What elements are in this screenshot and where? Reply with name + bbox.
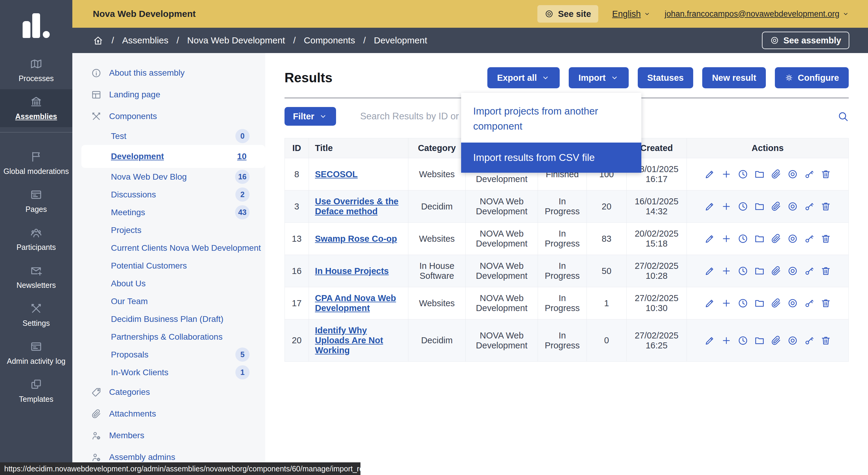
attachment-action[interactable] bbox=[771, 298, 781, 309]
edit-action[interactable] bbox=[704, 335, 715, 346]
result-title-link[interactable]: Identify Why Uploads Are Not Working bbox=[315, 325, 383, 355]
delete-action[interactable] bbox=[820, 265, 831, 276]
statuses-button[interactable]: Statuses bbox=[638, 67, 693, 88]
breadcrumb-item-development[interactable]: Development bbox=[374, 35, 427, 45]
preview-action[interactable] bbox=[787, 335, 798, 346]
sidebar-item-admin-activity-log[interactable]: Admin activity log bbox=[0, 334, 72, 372]
add-action[interactable] bbox=[721, 201, 732, 212]
subsidebar-item-current-clients-nova-web-development[interactable]: Current Clients Nova Web Development bbox=[72, 239, 265, 257]
history-action[interactable] bbox=[738, 265, 748, 276]
permissions-action[interactable] bbox=[804, 335, 815, 346]
new-result-button[interactable]: New result bbox=[702, 67, 766, 88]
subsidebar-item-potential-customers[interactable]: Potential Customers bbox=[72, 257, 265, 275]
subsidebar-item-about-this-assembly[interactable]: About this assembly bbox=[72, 62, 265, 84]
subsidebar-item-attachments[interactable]: Attachments bbox=[72, 403, 265, 425]
folder-action[interactable] bbox=[754, 201, 765, 212]
subsidebar-item-proposals[interactable]: Proposals5 bbox=[72, 346, 265, 363]
subsidebar-item-projects[interactable]: Projects bbox=[72, 221, 265, 239]
subsidebar-item-landing-page[interactable]: Landing page bbox=[72, 84, 265, 105]
preview-action[interactable] bbox=[787, 233, 798, 244]
add-action[interactable] bbox=[721, 233, 732, 244]
see-site-button[interactable]: See site bbox=[537, 5, 598, 23]
delete-action[interactable] bbox=[820, 233, 831, 244]
import-button[interactable]: Import bbox=[569, 67, 628, 88]
see-assembly-button[interactable]: See assembly bbox=[762, 32, 849, 49]
add-action[interactable] bbox=[721, 335, 732, 346]
history-action[interactable] bbox=[738, 335, 748, 346]
attachment-action[interactable] bbox=[771, 233, 781, 244]
admin-logo[interactable] bbox=[0, 0, 72, 51]
subsidebar-item-members[interactable]: Members bbox=[72, 425, 265, 446]
edit-action[interactable] bbox=[704, 298, 715, 309]
sidebar-item-processes[interactable]: Processes bbox=[0, 51, 72, 89]
attachment-action[interactable] bbox=[771, 265, 781, 276]
add-action[interactable] bbox=[721, 169, 732, 180]
attachment-action[interactable] bbox=[771, 169, 781, 180]
permissions-action[interactable] bbox=[804, 169, 815, 180]
sidebar-item-newsletters[interactable]: Newsletters bbox=[0, 258, 72, 296]
add-action[interactable] bbox=[721, 298, 732, 309]
dropdown-item-import-results-from-csv-file[interactable]: Import results from CSV file bbox=[461, 142, 641, 173]
result-title-link[interactable]: SECOSOL bbox=[315, 169, 358, 179]
subsidebar-item-decidim-business-plan-draft[interactable]: Decidim Business Plan (Draft) bbox=[72, 310, 265, 328]
subsidebar-item-development[interactable]: Development10 bbox=[82, 145, 265, 168]
subsidebar-item-test[interactable]: Test0 bbox=[72, 127, 265, 145]
edit-action[interactable] bbox=[704, 201, 715, 212]
subsidebar-item-about-us[interactable]: About Us bbox=[72, 275, 265, 292]
permissions-action[interactable] bbox=[804, 201, 815, 212]
result-title-link[interactable]: In House Projects bbox=[315, 266, 389, 276]
folder-action[interactable] bbox=[754, 298, 765, 309]
sidebar-item-assemblies[interactable]: Assemblies bbox=[0, 89, 72, 127]
dropdown-item-import-projects-from-another-component[interactable]: Import projects from another component bbox=[461, 93, 641, 142]
breadcrumb-item-assemblies[interactable]: Assemblies bbox=[122, 35, 168, 45]
export-all-button[interactable]: Export all bbox=[487, 67, 560, 88]
preview-action[interactable] bbox=[787, 265, 798, 276]
subsidebar-item-discussions[interactable]: Discussions2 bbox=[72, 186, 265, 203]
result-title-link[interactable]: Use Overrides & the Deface method bbox=[315, 196, 398, 216]
sidebar-item-global-moderations[interactable]: Global moderations bbox=[0, 144, 72, 182]
add-action[interactable] bbox=[721, 265, 732, 276]
attachment-action[interactable] bbox=[771, 201, 781, 212]
history-action[interactable] bbox=[738, 201, 748, 212]
subsidebar-item-our-team[interactable]: Our Team bbox=[72, 292, 265, 310]
permissions-action[interactable] bbox=[804, 298, 815, 309]
history-action[interactable] bbox=[738, 298, 748, 309]
history-action[interactable] bbox=[738, 233, 748, 244]
folder-action[interactable] bbox=[754, 233, 765, 244]
subsidebar-item-in-work-clients[interactable]: In-Work Clients1 bbox=[72, 363, 265, 381]
preview-action[interactable] bbox=[787, 169, 798, 180]
sidebar-item-settings[interactable]: Settings bbox=[0, 296, 72, 334]
edit-action[interactable] bbox=[704, 169, 715, 180]
sidebar-item-templates[interactable]: Templates bbox=[0, 372, 72, 410]
permissions-action[interactable] bbox=[804, 265, 815, 276]
breadcrumb-item-components[interactable]: Components bbox=[304, 35, 355, 45]
delete-action[interactable] bbox=[820, 169, 831, 180]
edit-action[interactable] bbox=[704, 265, 715, 276]
breadcrumb-item-nova-web-development[interactable]: Nova Web Development bbox=[187, 35, 285, 45]
preview-action[interactable] bbox=[787, 201, 798, 212]
delete-action[interactable] bbox=[820, 335, 831, 346]
subsidebar-item-partnerships-collaborations[interactable]: Partnerships & Collaborations bbox=[72, 328, 265, 346]
folder-action[interactable] bbox=[754, 265, 765, 276]
search-button[interactable] bbox=[837, 110, 849, 122]
subsidebar-item-nova-web-dev-blog[interactable]: Nova Web Dev Blog16 bbox=[72, 168, 265, 186]
filter-button[interactable]: Filter bbox=[284, 107, 336, 126]
language-selector[interactable]: English bbox=[612, 9, 651, 19]
permissions-action[interactable] bbox=[804, 233, 815, 244]
home-icon[interactable] bbox=[93, 35, 103, 46]
folder-action[interactable] bbox=[754, 335, 765, 346]
delete-action[interactable] bbox=[820, 298, 831, 309]
user-menu[interactable]: johan.francocampos@novawebdevelopment.or… bbox=[664, 9, 849, 19]
subsidebar-item-components[interactable]: Components bbox=[72, 105, 265, 127]
history-action[interactable] bbox=[738, 169, 748, 180]
subsidebar-item-meetings[interactable]: Meetings43 bbox=[72, 203, 265, 221]
result-title-link[interactable]: CPA And Nova Web Development bbox=[315, 293, 396, 313]
subsidebar-item-categories[interactable]: Categories bbox=[72, 381, 265, 403]
edit-action[interactable] bbox=[704, 233, 715, 244]
delete-action[interactable] bbox=[820, 201, 831, 212]
sidebar-item-pages[interactable]: Pages bbox=[0, 182, 72, 220]
folder-action[interactable] bbox=[754, 169, 765, 180]
result-title-link[interactable]: Swamp Rose Co-op bbox=[315, 234, 397, 244]
configure-button[interactable]: Configure bbox=[775, 67, 849, 88]
sidebar-item-participants[interactable]: Participants bbox=[0, 220, 72, 258]
